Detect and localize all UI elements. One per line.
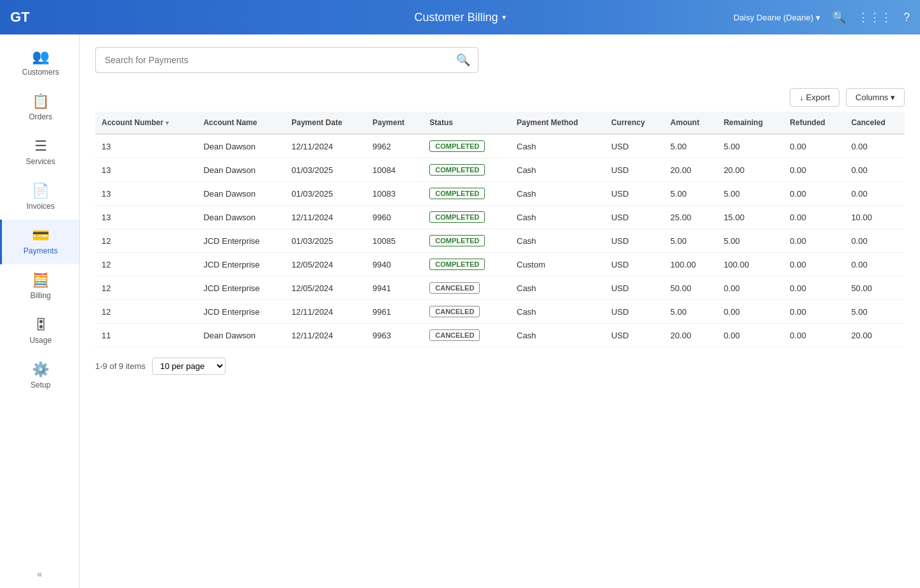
cell-account-name: JCD Enterprise: [197, 229, 285, 253]
customers-icon: [32, 50, 49, 64]
cell-remaining: 15.00: [717, 206, 784, 229]
cell-payment: 10084: [366, 158, 423, 182]
table-row[interactable]: 13 Dean Dawson 12/11/2024 9962 COMPLETED…: [95, 134, 905, 158]
table-row[interactable]: 12 JCD Enterprise 12/05/2024 9941 CANCEL…: [95, 276, 905, 300]
cell-remaining: 0.00: [717, 324, 784, 347]
cell-payment: 9940: [366, 253, 423, 276]
table-row[interactable]: 13 Dean Dawson 01/03/2025 10083 COMPLETE…: [95, 182, 905, 206]
col-remaining: Remaining: [717, 112, 784, 134]
cell-account-number: 13: [95, 158, 197, 182]
cell-amount: 25.00: [664, 206, 717, 229]
status-badge: CANCELED: [429, 329, 480, 341]
columns-button[interactable]: Columns ▾: [846, 88, 905, 107]
table-row[interactable]: 12 JCD Enterprise 12/11/2024 9961 CANCEL…: [95, 300, 905, 324]
cell-status: CANCELED: [423, 276, 510, 300]
billing-icon: [32, 273, 49, 287]
cell-payment-date: 12/11/2024: [285, 134, 366, 158]
cell-payment-date: 12/05/2024: [285, 276, 366, 300]
cell-canceled: 0.00: [845, 229, 905, 253]
cell-amount: 5.00: [664, 229, 717, 253]
cell-account-name: Dean Dawson: [197, 182, 285, 206]
cell-account-name: Dean Dawson: [197, 134, 285, 158]
global-search-icon[interactable]: 🔍: [832, 10, 846, 24]
cell-currency: USD: [605, 134, 664, 158]
col-canceled: Canceled: [845, 112, 905, 134]
cell-payment-method: Cash: [510, 276, 605, 300]
cell-refunded: 0.00: [783, 253, 845, 276]
cell-account-name: Dean Dawson: [197, 324, 285, 347]
cell-canceled: 5.00: [845, 300, 905, 324]
cell-account-name: JCD Enterprise: [197, 300, 285, 324]
col-amount: Amount: [664, 112, 717, 134]
cell-remaining: 0.00: [717, 276, 784, 300]
user-menu[interactable]: Daisy Deane (Deane) ▾: [733, 13, 820, 22]
cell-remaining: 5.00: [717, 229, 784, 253]
sidebar-item-payments[interactable]: Payments: [0, 220, 79, 264]
cell-remaining: 5.00: [717, 182, 784, 206]
per-page-select[interactable]: 10 per page25 per page50 per page100 per…: [152, 358, 226, 375]
cell-account-number: 12: [95, 300, 197, 324]
cell-payment: 9961: [366, 300, 423, 324]
cell-remaining: 20.00: [717, 158, 784, 182]
cell-payment-method: Cash: [510, 206, 605, 229]
cell-amount: 5.00: [664, 182, 717, 206]
user-name: Daisy Deane (Deane): [733, 13, 813, 22]
col-payment-method: Payment Method: [510, 112, 605, 134]
cell-payment: 10083: [366, 182, 423, 206]
cell-account-name: JCD Enterprise: [197, 253, 285, 276]
cell-payment-method: Cash: [510, 158, 605, 182]
cell-status: COMPLETED: [423, 206, 510, 229]
cell-currency: USD: [605, 182, 664, 206]
export-button[interactable]: ↓ Export: [790, 88, 839, 107]
topnav: GT Customer Billing ▾ Daisy Deane (Deane…: [0, 0, 920, 34]
cell-payment-date: 12/11/2024: [285, 206, 366, 229]
invoices-icon: [32, 184, 49, 198]
cell-payment: 9960: [366, 206, 423, 229]
sidebar-item-setup[interactable]: Setup: [0, 354, 79, 398]
cell-currency: USD: [605, 276, 664, 300]
apps-grid-icon[interactable]: ⋮⋮⋮: [857, 10, 892, 24]
sidebar: Customers Orders Services Invoices Payme…: [0, 34, 80, 588]
sidebar-item-usage[interactable]: Usage: [0, 309, 79, 354]
table-body: 13 Dean Dawson 12/11/2024 9962 COMPLETED…: [95, 134, 905, 347]
cell-canceled: 20.00: [845, 324, 905, 347]
sidebar-item-invoices[interactable]: Invoices: [0, 175, 79, 220]
sidebar-item-services[interactable]: Services: [0, 130, 79, 175]
col-payment-date: Payment Date: [285, 112, 366, 134]
table-row[interactable]: 11 Dean Dawson 12/11/2024 9963 CANCELED …: [95, 324, 905, 347]
cell-refunded: 0.00: [783, 276, 845, 300]
col-payment: Payment: [366, 112, 423, 134]
search-input[interactable]: [96, 49, 448, 72]
search-button[interactable]: 🔍: [448, 48, 478, 72]
cell-status: CANCELED: [423, 324, 510, 347]
status-badge: COMPLETED: [429, 188, 485, 199]
cell-account-number: 13: [95, 182, 197, 206]
cell-canceled: 10.00: [845, 206, 905, 229]
cell-payment-date: 01/03/2025: [285, 182, 366, 206]
app-logo[interactable]: GT: [10, 9, 49, 26]
sidebar-item-billing[interactable]: Billing: [0, 264, 79, 309]
cell-canceled: 0.00: [845, 182, 905, 206]
cell-currency: USD: [605, 158, 664, 182]
table-row[interactable]: 13 Dean Dawson 12/11/2024 9960 COMPLETED…: [95, 206, 905, 229]
sidebar-collapse-button[interactable]: «: [0, 560, 79, 588]
cell-refunded: 0.00: [783, 206, 845, 229]
table-row[interactable]: 13 Dean Dawson 01/03/2025 10084 COMPLETE…: [95, 158, 905, 182]
cell-canceled: 0.00: [845, 134, 905, 158]
table-row[interactable]: 12 JCD Enterprise 01/03/2025 10085 COMPL…: [95, 229, 905, 253]
cell-status: COMPLETED: [423, 134, 510, 158]
title-dropdown-arrow[interactable]: ▾: [502, 13, 506, 22]
payments-table: Account Number ▾ Account Name Payment Da…: [95, 112, 905, 347]
cell-status: COMPLETED: [423, 158, 510, 182]
help-icon[interactable]: ?: [903, 11, 910, 24]
cell-status: COMPLETED: [423, 229, 510, 253]
col-currency: Currency: [605, 112, 664, 134]
sidebar-item-customers[interactable]: Customers: [0, 41, 79, 86]
cell-payment-date: 12/05/2024: [285, 253, 366, 276]
sidebar-item-orders[interactable]: Orders: [0, 86, 79, 130]
cell-refunded: 0.00: [783, 134, 845, 158]
status-badge: CANCELED: [429, 282, 480, 294]
col-account-number[interactable]: Account Number ▾: [95, 112, 197, 134]
table-row[interactable]: 12 JCD Enterprise 12/05/2024 9940 COMPLE…: [95, 253, 905, 276]
sidebar-label-setup: Setup: [31, 381, 50, 389]
